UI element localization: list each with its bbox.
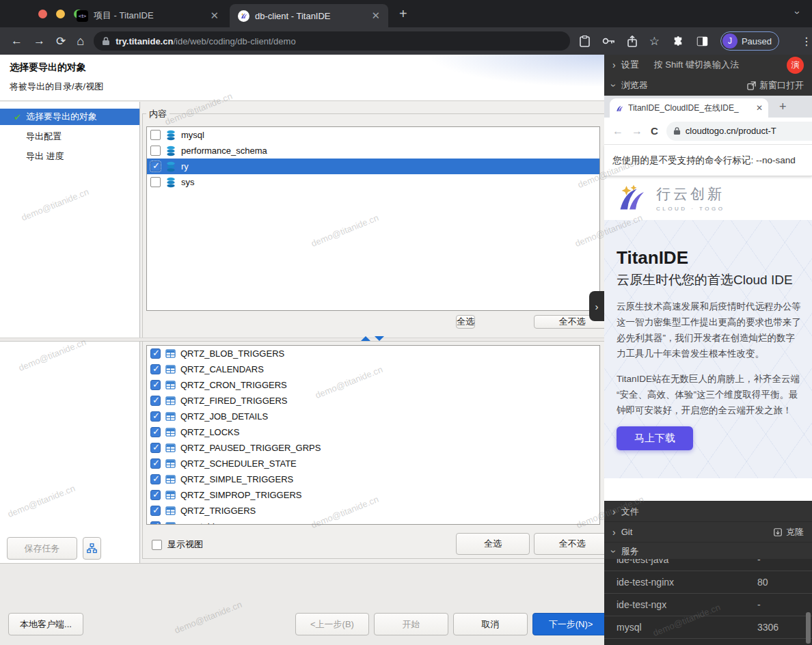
- embedded-tab[interactable]: TitanIDE_CloudIDE_在线IDE_ ✕: [610, 98, 768, 118]
- download-button[interactable]: 马上下载: [617, 426, 693, 450]
- show-views-checkbox[interactable]: [152, 540, 162, 550]
- files-section[interactable]: › 文件: [604, 501, 812, 521]
- schema-row[interactable]: mysql: [147, 127, 599, 143]
- table-checkbox[interactable]: [150, 474, 161, 484]
- settings-section[interactable]: › 设置 按 Shift 键切换输入法 演: [604, 55, 812, 75]
- table-row[interactable]: gen_table: [147, 519, 599, 525]
- table-checkbox[interactable]: [150, 396, 161, 406]
- schema-row[interactable]: ry: [147, 159, 599, 174]
- share-icon[interactable]: [627, 36, 637, 47]
- schema-row[interactable]: performance_schema: [147, 143, 599, 159]
- table-row[interactable]: QRTZ_TRIGGERS: [147, 503, 599, 519]
- table-checkbox[interactable]: [150, 411, 161, 422]
- list-splitter[interactable]: [0, 338, 604, 342]
- embedded-browser: TitanIDE_CloudIDE_在线IDE_ ✕ + ← → C cloud…: [604, 96, 812, 501]
- schema-checkbox[interactable]: [150, 146, 161, 156]
- next-step-button[interactable]: 下一步(N)>: [532, 613, 604, 635]
- embedded-reload-icon[interactable]: C: [651, 125, 658, 137]
- table-row[interactable]: QRTZ_FIRED_TRIGGERS: [147, 393, 599, 409]
- open-new-window-button[interactable]: 新窗口打开: [747, 79, 804, 92]
- close-tab-icon[interactable]: ✕: [210, 10, 219, 22]
- splitter-arrows[interactable]: [361, 336, 384, 341]
- table-row[interactable]: QRTZ_PAUSED_TRIGGER_GRPS: [147, 440, 599, 456]
- table-row[interactable]: QRTZ_SIMPLE_TRIGGERS: [147, 471, 599, 487]
- embedded-address-bar[interactable]: cloudtogo.cn/product-T: [666, 122, 812, 141]
- table-row[interactable]: QRTZ_BLOB_TRIGGERS: [147, 346, 599, 361]
- extensions-puzzle-icon[interactable]: [672, 35, 684, 47]
- table-checkbox[interactable]: [150, 490, 161, 500]
- address-bar[interactable]: try.titanide.cn/ide/web/coding/db-client…: [94, 31, 570, 51]
- home-icon[interactable]: ⌂: [77, 34, 84, 49]
- minimize-window-button[interactable]: [56, 10, 65, 18]
- splitter-up-icon[interactable]: [361, 336, 370, 341]
- service-row[interactable]: mysql 3306: [604, 616, 812, 639]
- database-icon: [165, 161, 176, 172]
- new-tab-button[interactable]: +: [399, 7, 407, 20]
- page-bottom-strip: [604, 478, 812, 501]
- table-list[interactable]: QRTZ_BLOB_TRIGGERS QRTZ_CALENDARS: [146, 345, 600, 525]
- service-row[interactable]: ide-test-java -: [604, 559, 812, 571]
- task-scheme-button[interactable]: [83, 537, 101, 560]
- embedded-back-icon[interactable]: ←: [612, 125, 623, 137]
- git-section[interactable]: › Git 克隆: [604, 521, 812, 542]
- wizard-step[interactable]: 导出 进度: [0, 148, 139, 165]
- service-row[interactable]: ide-test-ngx -: [604, 594, 812, 616]
- table-checkbox[interactable]: [150, 348, 161, 359]
- forward-icon[interactable]: →: [33, 34, 45, 48]
- reload-icon[interactable]: ⟳: [56, 34, 66, 49]
- table-row[interactable]: QRTZ_LOCKS: [147, 424, 599, 440]
- embedded-forward-icon[interactable]: →: [632, 125, 642, 137]
- select-none-tables-button[interactable]: 全不选: [534, 533, 604, 555]
- table-checkbox[interactable]: [150, 458, 161, 469]
- table-checkbox[interactable]: [150, 380, 161, 390]
- show-views-option[interactable]: 显示视图: [152, 538, 203, 551]
- back-icon[interactable]: ←: [11, 34, 23, 48]
- table-checkbox[interactable]: [150, 521, 161, 525]
- browser-menu-icon[interactable]: ⋮: [801, 35, 812, 48]
- service-row[interactable]: ide-test-nginx 80: [604, 571, 812, 594]
- table-row[interactable]: QRTZ_CALENDARS: [147, 361, 599, 377]
- close-tab-icon[interactable]: ✕: [371, 10, 380, 22]
- table-row[interactable]: QRTZ_SCHEDULER_STATE: [147, 456, 599, 471]
- schema-row[interactable]: sys: [147, 174, 599, 190]
- git-clone-button[interactable]: 克隆: [773, 526, 804, 538]
- profile-chip[interactable]: J Paused: [720, 31, 779, 51]
- demo-badge[interactable]: 演: [787, 57, 804, 74]
- back-step-button[interactable]: <上一步(B): [295, 613, 369, 635]
- schema-checkbox[interactable]: [150, 130, 161, 140]
- wizard-step[interactable]: ✔ 选择要导出的对象: [0, 109, 139, 125]
- key-icon[interactable]: [602, 37, 615, 45]
- select-all-schemas-button[interactable]: 全选: [456, 315, 475, 329]
- tab-search-chevron-icon[interactable]: ›: [792, 11, 804, 14]
- schema-checkbox[interactable]: [150, 161, 161, 171]
- services-section[interactable]: › 服务: [604, 542, 812, 560]
- browser-section[interactable]: › 浏览器 新窗口打开: [604, 75, 812, 96]
- save-task-button[interactable]: 保存任务: [7, 537, 77, 560]
- schema-checkbox[interactable]: [150, 177, 161, 187]
- side-panel-icon[interactable]: [696, 36, 708, 46]
- table-checkbox[interactable]: [150, 506, 161, 516]
- table-checkbox[interactable]: [150, 427, 161, 437]
- clipboard-icon[interactable]: [580, 36, 590, 47]
- wizard-step[interactable]: 导出配置: [0, 128, 139, 145]
- cancel-button[interactable]: 取消: [453, 613, 528, 635]
- table-checkbox[interactable]: [150, 364, 161, 374]
- table-row[interactable]: QRTZ_CRON_TRIGGERS: [147, 377, 599, 393]
- close-window-button[interactable]: [38, 10, 47, 18]
- tab-db-client[interactable]: db-client - TitanIDE ✕: [230, 4, 388, 27]
- bookmark-star-icon[interactable]: ☆: [649, 34, 660, 49]
- local-client-button[interactable]: 本地客户端...: [8, 613, 83, 635]
- expand-panel-handle[interactable]: ›: [589, 291, 604, 321]
- close-embedded-tab-icon[interactable]: ✕: [756, 103, 763, 113]
- avatar: J: [722, 33, 737, 49]
- splitter-down-icon[interactable]: [375, 336, 384, 341]
- embedded-new-tab-button[interactable]: +: [779, 100, 787, 114]
- table-row[interactable]: QRTZ_SIMPROP_TRIGGERS: [147, 487, 599, 503]
- start-button[interactable]: 开始: [374, 613, 448, 635]
- tab-project[interactable]: <t> 项目 - TitanIDE ✕: [68, 4, 227, 27]
- table-checkbox[interactable]: [150, 443, 161, 453]
- table-row[interactable]: QRTZ_JOB_DETAILS: [147, 409, 599, 424]
- schema-list[interactable]: mysql performance_schema: [146, 126, 600, 311]
- select-all-tables-button[interactable]: 全选: [456, 533, 530, 555]
- scrollbar-thumb[interactable]: [806, 612, 811, 644]
